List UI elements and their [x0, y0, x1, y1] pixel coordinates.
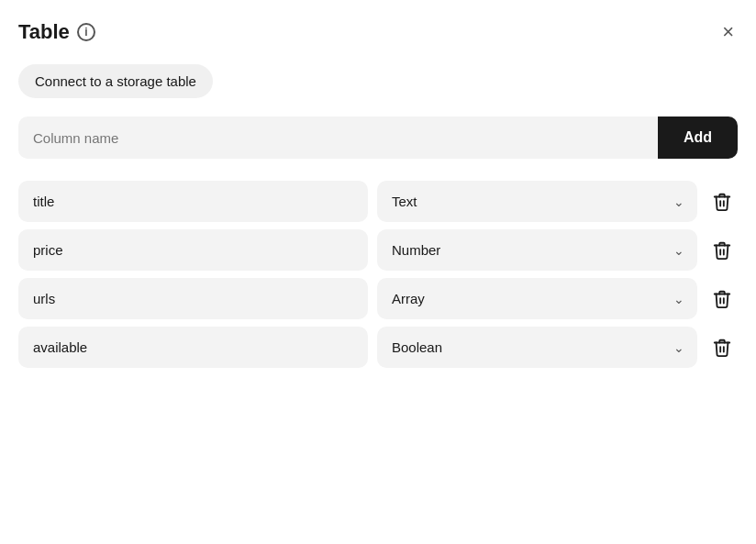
table-row: Text Number Array Boolean ⌄	[18, 229, 738, 271]
header-left: Table i	[18, 20, 95, 44]
table-row: Text Number Array Boolean ⌄	[18, 278, 738, 319]
table-row: Text Number Array Boolean ⌄	[18, 181, 738, 222]
rows-container: Text Number Array Boolean ⌄	[18, 181, 738, 368]
add-column-button[interactable]: Add	[658, 117, 738, 159]
trash-icon	[712, 289, 732, 309]
row-type-wrapper: Text Number Array Boolean ⌄	[377, 278, 697, 319]
connect-storage-button[interactable]: Connect to a storage table	[18, 64, 213, 98]
row-name-input[interactable]	[18, 278, 368, 319]
trash-icon	[712, 338, 732, 358]
row-type-select[interactable]: Text Number Array Boolean	[377, 181, 697, 222]
row-type-select[interactable]: Text Number Array Boolean	[377, 229, 697, 271]
trash-icon	[712, 240, 732, 261]
row-name-input[interactable]	[18, 181, 368, 222]
info-icon[interactable]: i	[77, 23, 95, 41]
row-name-input[interactable]	[18, 327, 368, 368]
delete-row-button[interactable]	[706, 186, 738, 217]
delete-row-button[interactable]	[706, 332, 738, 363]
panel-title: Table	[18, 20, 70, 44]
trash-icon	[712, 192, 732, 212]
row-type-wrapper: Text Number Array Boolean ⌄	[377, 181, 697, 222]
table-panel: Table i × Connect to a storage table Add…	[0, 0, 756, 544]
row-type-wrapper: Text Number Array Boolean ⌄	[377, 327, 697, 368]
row-type-select[interactable]: Text Number Array Boolean	[377, 278, 697, 319]
delete-row-button[interactable]	[706, 235, 738, 266]
panel-header: Table i ×	[18, 18, 738, 46]
add-column-row: Add	[18, 117, 738, 159]
close-button[interactable]: ×	[718, 18, 738, 46]
table-row: Text Number Array Boolean ⌄	[18, 327, 738, 368]
row-name-input[interactable]	[18, 229, 368, 271]
row-type-select[interactable]: Text Number Array Boolean	[377, 327, 697, 368]
delete-row-button[interactable]	[706, 283, 738, 315]
row-type-wrapper: Text Number Array Boolean ⌄	[377, 229, 697, 271]
column-name-input[interactable]	[18, 117, 658, 159]
